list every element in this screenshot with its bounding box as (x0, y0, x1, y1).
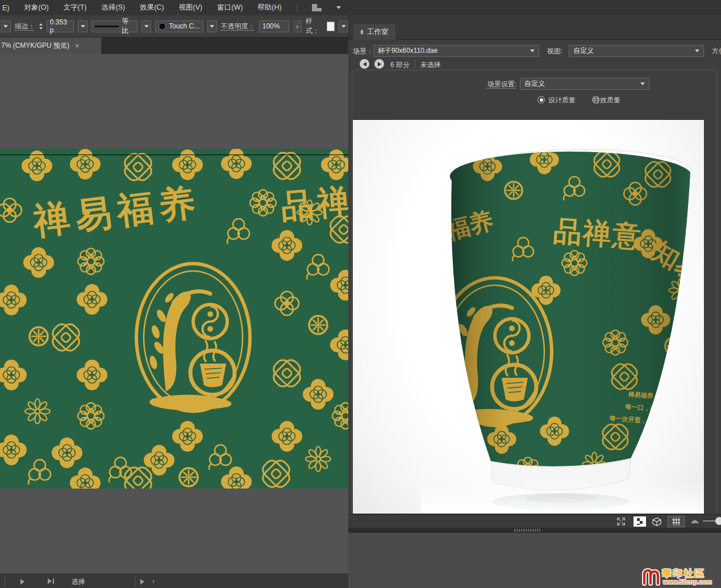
skip-forward-icon[interactable] (48, 578, 54, 584)
document-tab-label: 7% (CMYK/GPU 预览) (1, 41, 69, 51)
watermark-url: www.52cnp.com (663, 578, 712, 585)
scene-settings-select[interactable]: 自定义 (520, 78, 649, 90)
opacity-more-button[interactable]: › (293, 20, 302, 32)
opacity-label[interactable]: 不透明度： (221, 22, 255, 31)
menu-item-type[interactable]: 文字(T) (64, 3, 87, 12)
view-select[interactable]: 自定义 (569, 45, 704, 57)
scene-select[interactable]: 杯子90x60x110.dae (373, 45, 539, 57)
menu-item-help[interactable]: 帮助(H) (257, 3, 281, 12)
viewport-toolbar (348, 514, 721, 528)
control-options-bar: 描边： 0.353 p 等比 Touch C... 不透明度： 100% › 样… (0, 15, 348, 37)
width-profile-field[interactable]: 等比 (91, 20, 137, 32)
stroke-weight-dropdown[interactable] (78, 20, 87, 32)
selection-status: 未选择 (420, 60, 441, 70)
scrollbar-grip[interactable] (514, 529, 541, 532)
profile-label: 等比 (122, 16, 134, 36)
brush-dot-icon (159, 23, 166, 30)
artboard-guide-line (0, 155, 348, 155)
brush-field[interactable]: Touch C... (155, 20, 203, 32)
watermark-logo-icon (641, 568, 660, 587)
fit-screen-icon[interactable] (616, 517, 626, 526)
status-tool-label: 选择 (61, 577, 95, 587)
studio-panel: 工作室 场景： 杯子90x60x110.dae 视图: 自定义 方位 6 部分 … (348, 15, 721, 533)
watermark: 華印社區 www.52cnp.com (641, 567, 721, 588)
parts-count: 6 部分 (390, 60, 410, 70)
style-swatch[interactable] (327, 22, 335, 31)
wheel-motif-icon (180, 468, 198, 486)
chevron-down-icon[interactable] (336, 6, 341, 9)
close-icon[interactable]: × (75, 41, 80, 50)
tab-studio[interactable]: 工作室 (353, 24, 395, 40)
ground-plane-icon[interactable] (690, 519, 699, 524)
3d-preview-viewport[interactable]: 福养 品禅意， 知易 禅易福养，不… 每一口，都是… 每一次开盖，都是… (352, 119, 705, 514)
document-tab[interactable]: 7% (CMYK/GPU 预览) × (0, 37, 101, 54)
play-icon[interactable] (20, 578, 24, 586)
panel-header: 工作室 (348, 15, 721, 40)
scene-value: 杯子90x60x110.dae (378, 46, 437, 56)
cube-icon[interactable] (652, 517, 662, 527)
wheel-motif-icon (30, 327, 48, 345)
flat-cup-artwork: 禅易福养 品禅意 (0, 149, 348, 489)
menu-item-effect[interactable]: 效果(C) (140, 3, 164, 12)
scene-settings-label: 场景设置: (454, 80, 516, 89)
scene-label: 场景： (353, 47, 373, 56)
stroke-weight-input[interactable]: 0.353 p (47, 20, 74, 32)
effects-quality-label: 特效质量 (593, 95, 620, 105)
brush-dropdown[interactable] (207, 20, 217, 32)
wheel-motif-icon (309, 316, 327, 334)
document-tab-bar: 7% (CMYK/GPU 预览) × (0, 37, 348, 54)
collapse-panel-icon[interactable] (360, 30, 364, 35)
clipped-dropdown-button[interactable] (1, 20, 11, 32)
previous-part-button[interactable] (360, 59, 369, 69)
checkerboard-icon[interactable] (634, 516, 646, 527)
brush-name: Touch C... (169, 22, 200, 30)
status-bar: 选择 ‹ (0, 574, 348, 588)
design-quality-label: 设计质量 (548, 95, 576, 105)
zoom-slider-knob[interactable] (715, 517, 721, 525)
workspace-switcher-icon[interactable] (312, 4, 322, 11)
stroke-label[interactable]: 描边： (15, 22, 35, 31)
panel-arrow-icon[interactable] (140, 578, 144, 586)
next-part-button[interactable] (374, 59, 384, 69)
menu-item-object[interactable]: 对象(O) (24, 3, 49, 12)
grid-icon[interactable] (668, 516, 685, 527)
style-dropdown[interactable] (339, 20, 348, 32)
panel-scrollbar[interactable] (348, 528, 721, 533)
opacity-input[interactable]: 100% (259, 20, 289, 32)
collapse-left-icon[interactable]: ‹ (152, 577, 155, 585)
menu-item-edit-truncated[interactable]: E) (2, 4, 10, 12)
menubar-divider (297, 3, 297, 12)
scene-settings-value: 自定义 (524, 79, 545, 89)
menu-bar: E) 对象(O) 文字(T) 选择(S) 效果(C) 视图(V) 窗口(W) 帮… (0, 0, 721, 15)
3d-cup-render: 福养 品禅意， 知易 禅易福养，不… 每一口，都是… 每一次开盖，都是… (353, 120, 705, 514)
stroke-profile-preview (95, 26, 119, 27)
profile-dropdown[interactable] (141, 20, 151, 32)
menu-item-view[interactable]: 视图(V) (179, 3, 203, 12)
style-label: 样式： (306, 16, 323, 36)
artboard-canvas[interactable]: 禅易福养 品禅意 (0, 54, 348, 574)
view-label: 视图: (547, 47, 562, 56)
menu-item-window[interactable]: 窗口(W) (217, 3, 243, 12)
divider (415, 60, 415, 68)
studio-tab-label: 工作室 (367, 27, 389, 37)
menu-item-select[interactable]: 选择(S) (102, 3, 126, 12)
orientation-label: 方位 (712, 47, 721, 56)
stroke-stepper[interactable] (39, 23, 43, 30)
design-quality-radio[interactable] (537, 96, 545, 103)
view-value: 自定义 (573, 46, 594, 56)
